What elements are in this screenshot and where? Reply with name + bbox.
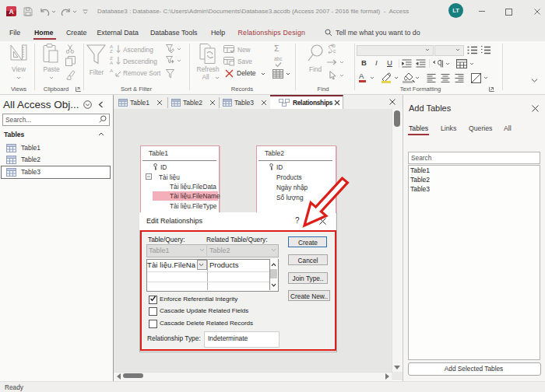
svg-text:A: A xyxy=(9,8,13,16)
